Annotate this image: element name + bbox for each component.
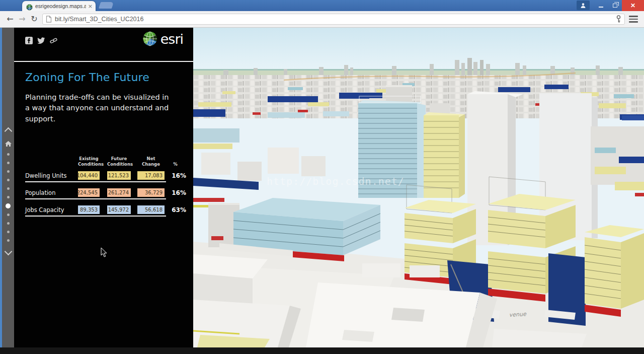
- table-row: Population 224,545 261,274 36,729 16%: [25, 188, 186, 197]
- col-percent: %: [165, 162, 186, 167]
- browser-navbar: ← → ↻ bit.ly/Smart_3D_Cities_UC2016: [0, 11, 644, 28]
- table-row: Dwelling Units 104,440 121,523 17,083 16…: [25, 171, 186, 180]
- twitter-icon[interactable]: [37, 37, 45, 44]
- close-button[interactable]: ✕: [622, 0, 644, 11]
- profile-button[interactable]: [577, 1, 590, 10]
- person-icon: [580, 3, 586, 9]
- story-nav-strip: [2, 28, 14, 347]
- nav-up-icon[interactable]: [4, 127, 12, 135]
- cell-percent: 16%: [165, 172, 186, 179]
- row-label: Population: [25, 189, 78, 196]
- cell-future: 121,523: [107, 171, 131, 180]
- nav-dot-8[interactable]: [7, 214, 10, 216]
- esri-logo[interactable]: esri: [142, 31, 183, 47]
- panel-divider: [14, 61, 193, 62]
- restore-button[interactable]: [608, 0, 622, 11]
- esri-globe-favicon-icon: [26, 3, 33, 10]
- page-icon: [46, 16, 52, 23]
- forward-button[interactable]: →: [16, 15, 28, 23]
- cell-existing: 89,353: [78, 205, 100, 214]
- nav-dot-1[interactable]: [7, 153, 10, 156]
- page-content: esri Zoning For The Future Planning trad…: [0, 28, 644, 347]
- link-icon[interactable]: [50, 37, 57, 44]
- esri-globe-icon: [142, 31, 158, 47]
- col-net-change: Net Change: [137, 156, 165, 167]
- browser-tab[interactable]: esrigeodesign.maps.arcgi ×: [22, 1, 96, 11]
- page-description: Planning trade-offs can be visualized in…: [25, 92, 171, 124]
- url-text[interactable]: bit.ly/Smart_3D_Cities_UC2016: [55, 16, 616, 23]
- cell-percent: 63%: [165, 206, 186, 214]
- cell-net-change: 17,083: [137, 171, 165, 180]
- nav-dot-6[interactable]: [7, 196, 10, 198]
- cell-existing: 104,440: [78, 171, 100, 180]
- reload-button[interactable]: ↻: [28, 15, 40, 23]
- cell-net-change: 56,618: [137, 205, 165, 214]
- facebook-icon[interactable]: [25, 37, 33, 44]
- browser-titlebar: esrigeodesign.maps.arcgi × ✕: [0, 0, 644, 11]
- cell-percent: 16%: [165, 189, 186, 196]
- nav-dot-11[interactable]: [7, 239, 10, 242]
- table-header: Existing Conditions Future Conditions Ne…: [25, 156, 186, 167]
- tab-close-icon[interactable]: ×: [88, 4, 93, 9]
- tab-title: esrigeodesign.maps.arcgi: [35, 3, 86, 9]
- cell-existing: 224,545: [78, 188, 100, 197]
- cell-future: 145,972: [107, 205, 131, 214]
- table-row: Jobs Capacity 89,353 145,972 56,618 63%: [25, 205, 186, 214]
- mouse-cursor: [101, 247, 108, 258]
- nav-dot-10[interactable]: [7, 231, 10, 233]
- zoning-table: Existing Conditions Future Conditions Ne…: [25, 156, 186, 223]
- row-label: Dwelling Units: [25, 172, 78, 179]
- letterbox-strip: [0, 347, 644, 354]
- nav-down-icon[interactable]: [4, 248, 12, 256]
- chrome-menu-icon[interactable]: [629, 16, 638, 23]
- browser-window: esrigeodesign.maps.arcgi × ✕ ← → ↻ bit.l…: [0, 0, 644, 354]
- street-label: venue: [509, 311, 527, 318]
- col-future: Future Conditions: [107, 156, 131, 167]
- nav-dot-5[interactable]: [7, 187, 10, 190]
- nav-dot-9[interactable]: [7, 222, 10, 225]
- nav-dot-7-active[interactable]: [6, 203, 11, 208]
- nav-dot-4[interactable]: [7, 179, 10, 181]
- address-bar[interactable]: bit.ly/Smart_3D_Cities_UC2016: [42, 14, 625, 25]
- nav-dot-2[interactable]: [7, 162, 10, 164]
- esri-logo-text: esri: [160, 31, 183, 47]
- key-icon[interactable]: [616, 15, 621, 23]
- nav-dot-3[interactable]: [7, 170, 10, 173]
- new-tab-button[interactable]: [99, 2, 114, 9]
- minimize-button[interactable]: [594, 0, 608, 11]
- row-label: Jobs Capacity: [25, 206, 78, 214]
- home-icon[interactable]: [5, 141, 12, 147]
- cell-net-change: 36,729: [137, 188, 165, 197]
- page-title: Zoning For The Future: [25, 71, 149, 84]
- col-existing: Existing Conditions: [78, 156, 100, 167]
- back-button[interactable]: ←: [4, 15, 16, 23]
- story-panel: esri Zoning For The Future Planning trad…: [14, 28, 193, 347]
- cell-future: 261,274: [107, 188, 131, 197]
- map-3d-scene[interactable]: venue http://blog.csdn.net/: [193, 28, 644, 347]
